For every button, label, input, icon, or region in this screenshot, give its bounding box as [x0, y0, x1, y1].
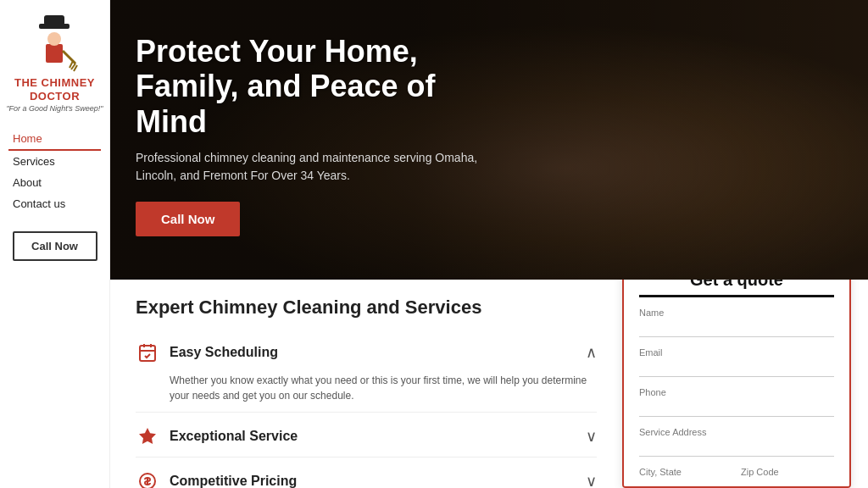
- service-header-exceptional[interactable]: Exceptional Service ∨: [136, 416, 597, 457]
- phone-label: Phone: [639, 387, 834, 397]
- star-icon: [136, 424, 159, 448]
- city-zip-row: City, State Zip Code: [639, 467, 834, 488]
- hero-subtitle: Professional chimney cleaning and mainte…: [136, 149, 509, 185]
- email-field: Email: [639, 347, 834, 377]
- svg-point-3: [47, 32, 61, 46]
- tagline: "For a Good Night's Sweep!": [6, 104, 103, 113]
- sidebar-item-home[interactable]: Home: [8, 128, 101, 151]
- phone-input[interactable]: [639, 400, 834, 417]
- calendar-icon: [136, 341, 159, 364]
- svg-rect-1: [44, 15, 64, 25]
- content-area: Expert Chimney Cleaning and Services: [110, 280, 868, 488]
- service-item-scheduling: Easy Scheduling ∧ Whether you know exact…: [136, 332, 597, 413]
- service-header-scheduling[interactable]: Easy Scheduling ∧: [136, 332, 597, 373]
- chevron-down-icon-exceptional: ∨: [586, 427, 597, 446]
- sidebar: THE CHIMNEY DOCTOR "For a Good Night's S…: [0, 0, 110, 488]
- hero-section: Protect Your Home, Family, and Peace of …: [110, 0, 868, 280]
- city-field: City, State: [639, 467, 732, 488]
- sidebar-item-contact[interactable]: Contact us: [8, 193, 101, 214]
- quote-form-heading: Get a quote: [639, 280, 834, 297]
- address-input[interactable]: [639, 440, 834, 457]
- service-header-left-exceptional: Exceptional Service: [136, 424, 298, 448]
- services-section: Expert Chimney Cleaning and Services: [110, 280, 622, 488]
- svg-rect-2: [46, 44, 63, 63]
- zip-input[interactable]: [741, 480, 834, 488]
- brand-name: THE CHIMNEY DOCTOR: [14, 76, 95, 103]
- service-title-pricing: Competitive Pricing: [170, 474, 297, 488]
- main-content: Protect Your Home, Family, and Peace of …: [110, 0, 868, 488]
- sidebar-item-services[interactable]: Services: [8, 151, 101, 172]
- sidebar-item-about[interactable]: About: [8, 172, 101, 193]
- svg-rect-8: [140, 346, 155, 361]
- service-title-scheduling: Easy Scheduling: [170, 345, 278, 360]
- service-title-exceptional: Exceptional Service: [170, 429, 298, 444]
- dollar-icon: [136, 469, 159, 488]
- hero-content: Protect Your Home, Family, and Peace of …: [110, 0, 534, 253]
- sidebar-call-now-button[interactable]: Call Now: [13, 231, 97, 261]
- quote-form: $ $ Get a quote Name Email Phone Service…: [622, 280, 851, 488]
- city-input[interactable]: [639, 480, 732, 488]
- address-label: Service Address: [639, 427, 834, 437]
- service-header-left-scheduling: Easy Scheduling: [136, 341, 278, 364]
- phone-field: Phone: [639, 387, 834, 417]
- svg-line-4: [63, 51, 75, 64]
- hero-heading: Protect Your Home, Family, and Peace of …: [136, 34, 509, 139]
- service-item-exceptional: Exceptional Service ∨: [136, 416, 597, 458]
- chevron-down-icon-pricing: ∨: [586, 472, 597, 488]
- logo-area: THE CHIMNEY DOCTOR "For a Good Night's S…: [6, 8, 103, 121]
- service-body-scheduling: Whether you know exactly what you need o…: [136, 373, 597, 412]
- svg-marker-12: [139, 428, 156, 444]
- email-label: Email: [639, 347, 834, 358]
- address-field: Service Address: [639, 427, 834, 457]
- zip-field: Zip Code: [741, 467, 834, 488]
- sidebar-nav: Home Services About Contact us: [0, 128, 109, 214]
- city-label: City, State: [639, 467, 732, 477]
- chevron-up-icon: ∧: [586, 343, 597, 362]
- services-heading: Expert Chimney Cleaning and Services: [136, 297, 597, 319]
- logo-icon: [20, 8, 88, 76]
- service-header-pricing[interactable]: Competitive Pricing ∨: [136, 461, 597, 488]
- name-label: Name: [639, 308, 834, 318]
- zip-label: Zip Code: [741, 467, 834, 477]
- hero-call-now-button[interactable]: Call Now: [136, 202, 240, 236]
- service-header-left-pricing: Competitive Pricing: [136, 469, 297, 488]
- name-field: Name: [639, 308, 834, 337]
- service-item-pricing: Competitive Pricing ∨: [136, 461, 597, 488]
- email-input[interactable]: [639, 360, 834, 377]
- name-input[interactable]: [639, 320, 834, 337]
